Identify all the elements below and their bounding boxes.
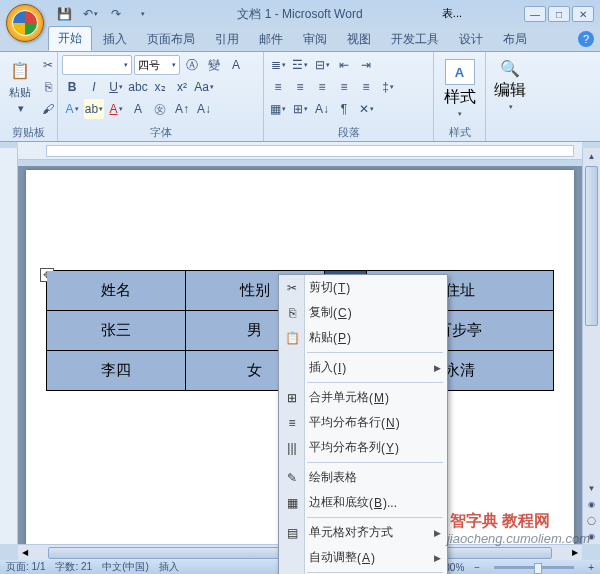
ctx-borders-shading[interactable]: ▦边框和底纹(B)... <box>279 490 447 515</box>
maximize-button[interactable]: □ <box>548 6 570 22</box>
table-cell[interactable]: 姓名 <box>47 271 186 311</box>
tab-home[interactable]: 开始 <box>48 26 92 51</box>
table-cell[interactable]: 张三 <box>47 311 186 351</box>
language-indicator[interactable]: 中文(中国) <box>102 560 149 574</box>
subscript-button[interactable]: x₂ <box>150 77 170 97</box>
justify-button[interactable]: ≡ <box>334 77 354 97</box>
horizontal-ruler[interactable] <box>18 142 582 160</box>
superscript-button[interactable]: x² <box>172 77 192 97</box>
insert-mode[interactable]: 插入 <box>159 560 179 574</box>
copy-icon: ⎘ <box>283 306 301 320</box>
italic-button[interactable]: I <box>84 77 104 97</box>
increase-indent-button[interactable]: ⇥ <box>356 55 376 75</box>
bold-button[interactable]: B <box>62 77 82 97</box>
borders-button[interactable]: ⊞▾ <box>290 99 310 119</box>
tab-view[interactable]: 视图 <box>338 28 380 51</box>
minimize-button[interactable]: — <box>524 6 546 22</box>
char-border-icon[interactable]: A <box>226 55 246 75</box>
grow-font-button[interactable]: A↑ <box>172 99 192 119</box>
ctx-insert[interactable]: 插入(I)▶ <box>279 355 447 380</box>
prev-page-icon[interactable]: ◉ <box>583 496 600 512</box>
borders-icon: ▦ <box>283 496 301 510</box>
copy-icon[interactable]: ⎘ <box>38 77 58 97</box>
show-marks-button[interactable]: ¶ <box>334 99 354 119</box>
phonetic-icon[interactable]: 變 <box>204 55 224 75</box>
close-button[interactable]: ✕ <box>572 6 594 22</box>
scroll-right-icon[interactable]: ▶ <box>568 548 582 557</box>
office-button[interactable] <box>6 4 44 42</box>
zoom-in-button[interactable]: + <box>588 562 594 573</box>
paste-button[interactable]: 📋 粘贴 ▾ <box>4 55 36 117</box>
scroll-thumb[interactable] <box>585 166 598 326</box>
shading-button[interactable]: ▦▾ <box>268 99 288 119</box>
sort-button[interactable]: A↓ <box>312 99 332 119</box>
scroll-left-icon[interactable]: ◀ <box>18 548 32 557</box>
redo-icon[interactable]: ↷ <box>106 4 126 24</box>
ctx-distribute-rows[interactable]: ≡平均分布各行(N) <box>279 410 447 435</box>
paste-icon: 📋 <box>6 57 34 83</box>
char-shading-button[interactable]: A <box>128 99 148 119</box>
bullets-button[interactable]: ≣▾ <box>268 55 288 75</box>
word-count[interactable]: 字数: 21 <box>55 560 92 574</box>
align-left-button[interactable]: ≡ <box>268 77 288 97</box>
page-indicator[interactable]: 页面: 1/1 <box>6 560 45 574</box>
qat-more-icon[interactable]: ▾ <box>132 4 152 24</box>
line-spacing-button[interactable]: ‡▾ <box>378 77 398 97</box>
ctx-distribute-cols[interactable]: |||平均分布各列(Y) <box>279 435 447 460</box>
ctx-paste[interactable]: 📋粘贴(P) <box>279 325 447 350</box>
tab-developer[interactable]: 开发工具 <box>382 28 448 51</box>
font-color-button[interactable]: A▾ <box>106 99 126 119</box>
tab-insert[interactable]: 插入 <box>94 28 136 51</box>
editing-button[interactable]: 🔍 编辑 ▾ <box>490 55 530 115</box>
font-family-combo[interactable]: ▾ <box>62 55 132 75</box>
ctx-merge-cells[interactable]: ⊞合并单元格(M) <box>279 385 447 410</box>
tab-mailings[interactable]: 邮件 <box>250 28 292 51</box>
tab-references[interactable]: 引用 <box>206 28 248 51</box>
save-icon[interactable]: 💾 <box>54 4 74 24</box>
clipboard-group-label: 剪贴板 <box>4 124 53 141</box>
find-icon: 🔍 <box>500 59 520 78</box>
chevron-right-icon: ▶ <box>434 528 441 538</box>
ctx-cut[interactable]: ✂剪切(T) <box>279 275 447 300</box>
align-center-button[interactable]: ≡ <box>290 77 310 97</box>
undo-icon[interactable]: ↶▾ <box>80 4 100 24</box>
snap-button[interactable]: ✕▾ <box>356 99 376 119</box>
align-right-button[interactable]: ≡ <box>312 77 332 97</box>
change-case-button[interactable]: Aa▾ <box>194 77 214 97</box>
ctx-copy[interactable]: ⎘复制(C) <box>279 300 447 325</box>
vertical-ruler[interactable] <box>0 148 18 544</box>
scroll-down-icon[interactable]: ▼ <box>583 480 600 496</box>
browse-object-icon[interactable]: ◯ <box>583 512 600 528</box>
context-menu: ✂剪切(T) ⎘复制(C) 📋粘贴(P) 插入(I)▶ ⊞合并单元格(M) ≡平… <box>278 274 448 574</box>
tab-design[interactable]: 设计 <box>450 28 492 51</box>
styles-label: 样式 <box>444 87 476 108</box>
styles-button[interactable]: A 样式 ▾ <box>440 55 480 122</box>
distribute-button[interactable]: ≡ <box>356 77 376 97</box>
strike-button[interactable]: abc <box>128 77 148 97</box>
highlight-button[interactable]: ab▾ <box>84 99 104 119</box>
ctx-draw-table[interactable]: ✎绘制表格 <box>279 465 447 490</box>
font-size-combo[interactable]: 四号▾ <box>134 55 180 75</box>
scroll-up-icon[interactable]: ▲ <box>583 148 600 164</box>
ctx-autofit[interactable]: 自动调整(A)▶ <box>279 545 447 570</box>
cut-icon[interactable]: ✂ <box>38 55 58 75</box>
tab-review[interactable]: 审阅 <box>294 28 336 51</box>
ctx-cell-alignment[interactable]: ▤单元格对齐方式▶ <box>279 520 447 545</box>
tab-page-layout[interactable]: 页面布局 <box>138 28 204 51</box>
shrink-font-button[interactable]: A↓ <box>194 99 214 119</box>
clear-format-icon[interactable]: Ⓐ <box>182 55 202 75</box>
multilevel-button[interactable]: ⊟▾ <box>312 55 332 75</box>
numbering-button[interactable]: ☲▾ <box>290 55 310 75</box>
vertical-scrollbar[interactable]: ▲ ▼ ◉ ◯ ◉ <box>582 148 600 544</box>
help-icon[interactable]: ? <box>578 31 594 47</box>
text-effect-button[interactable]: A▾ <box>62 99 82 119</box>
enclose-char-button[interactable]: ㊛ <box>150 99 170 119</box>
draw-table-icon: ✎ <box>283 471 301 485</box>
table-cell[interactable]: 李四 <box>47 351 186 391</box>
decrease-indent-button[interactable]: ⇤ <box>334 55 354 75</box>
zoom-out-button[interactable]: − <box>474 562 480 573</box>
zoom-slider[interactable] <box>494 566 574 569</box>
underline-button[interactable]: U▾ <box>106 77 126 97</box>
tab-table-layout[interactable]: 布局 <box>494 28 536 51</box>
format-painter-icon[interactable]: 🖌 <box>38 99 58 119</box>
